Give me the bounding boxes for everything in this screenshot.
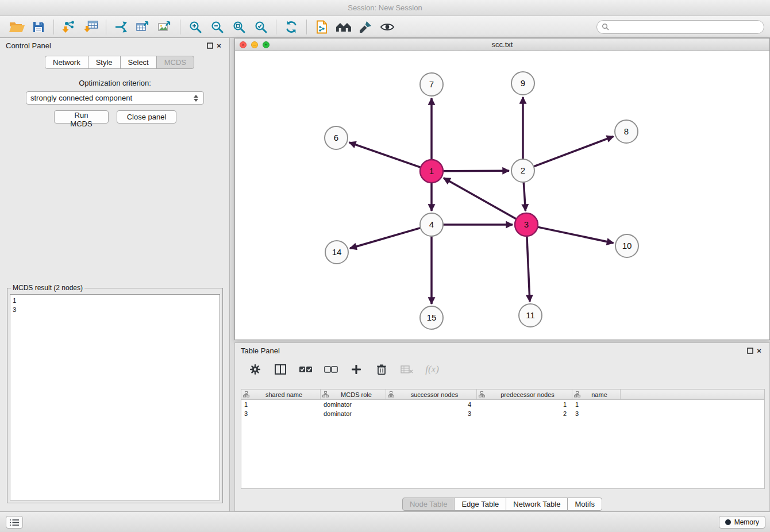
close-icon[interactable]: ×	[214, 41, 224, 50]
zoom-fit-glyph	[232, 20, 246, 34]
table-cell[interactable]: 1	[241, 401, 321, 408]
zoom-window-icon[interactable]: +	[263, 41, 270, 48]
table-cell[interactable]: 3	[386, 410, 477, 417]
table-toolbar: f(x)	[241, 359, 441, 380]
zoom-selected-glyph	[254, 20, 268, 34]
network-window-titlebar[interactable]: scc.txt × – +	[235, 38, 769, 51]
tab-network-table[interactable]: Network Table	[506, 498, 568, 511]
table-panel-title: Table Panel	[241, 346, 280, 355]
style-paint-icon[interactable]	[355, 18, 376, 36]
table-header-row: shared nameMCDS rolesuccessor nodesprede…	[241, 390, 764, 400]
column-header-predecessor-nodes[interactable]: predecessor nodes	[477, 390, 572, 399]
delete-column-icon[interactable]	[373, 361, 390, 378]
network-window-title: scc.txt	[235, 40, 769, 49]
close-icon[interactable]: ×	[754, 346, 764, 355]
float-window-icon[interactable]	[745, 346, 754, 355]
graph-edge-4-14[interactable]	[350, 228, 421, 249]
mcds-result-value: 1	[13, 296, 220, 305]
control-panel-tabs: Network Style Select MCDS	[45, 56, 194, 69]
column-header-MCDS-role[interactable]: MCDS role	[321, 390, 386, 399]
zoom-out-icon[interactable]	[206, 18, 228, 36]
graph-node-label-14: 14	[332, 247, 342, 257]
columns-icon[interactable]	[272, 361, 289, 378]
table-panel: Table Panel × f(x) shared nameMCDS	[234, 342, 770, 511]
graph-edge-1-6[interactable]	[349, 142, 421, 167]
control-panel-header: Control Panel ×	[0, 38, 229, 53]
refresh-glyph	[284, 20, 298, 34]
main-toolbar	[0, 16, 770, 38]
zoom-out-glyph	[210, 20, 224, 34]
graph-edge-3-1[interactable]	[444, 178, 517, 219]
table-cell[interactable]: 3	[241, 410, 321, 417]
graph-edge-2-3[interactable]	[523, 182, 525, 211]
network-document-icon[interactable]	[311, 18, 333, 36]
graph-node-label-1: 1	[429, 166, 434, 176]
column-tree-icon	[322, 391, 329, 398]
criterion-dropdown[interactable]: strongly connected component	[26, 91, 204, 105]
delete-table-icon[interactable]	[398, 361, 415, 378]
tab-mcds[interactable]: MCDS	[156, 56, 194, 69]
close-panel-button[interactable]: Close panel	[117, 110, 176, 124]
tab-edge-table[interactable]: Edge Table	[454, 498, 506, 511]
memory-button[interactable]: Memory	[719, 516, 765, 529]
table-cell[interactable]: 4	[386, 401, 477, 408]
graph-edge-2-8[interactable]	[534, 136, 614, 166]
float-window-icon[interactable]	[205, 41, 214, 50]
column-tree-icon	[388, 391, 394, 398]
column-header-successor-nodes[interactable]: successor nodes	[386, 390, 477, 399]
tab-motifs[interactable]: Motifs	[567, 498, 602, 511]
column-header-name[interactable]: name	[572, 390, 621, 399]
function-builder-icon[interactable]: f(x)	[424, 361, 441, 378]
import-network-icon[interactable]	[58, 18, 80, 36]
table-cell[interactable]: dominator	[321, 401, 386, 408]
column-tree-icon	[243, 391, 249, 398]
search-input[interactable]	[596, 20, 764, 34]
tab-select[interactable]: Select	[120, 56, 157, 69]
save-glyph	[32, 21, 45, 33]
table-cell[interactable]: dominator	[321, 410, 386, 417]
task-history-icon[interactable]	[6, 516, 23, 529]
export-image-icon[interactable]	[154, 18, 176, 36]
zoom-selected-icon[interactable]	[250, 18, 272, 36]
node-table: shared nameMCDS rolesuccessor nodesprede…	[241, 389, 765, 489]
minimize-window-icon[interactable]: –	[251, 41, 258, 48]
run-mcds-button[interactable]: Run MCDS	[54, 110, 109, 124]
table-row[interactable]: 3dominator323	[241, 409, 764, 418]
column-header-label: MCDS role	[329, 391, 384, 398]
open-folder-icon[interactable]	[6, 18, 28, 36]
search-box	[596, 20, 764, 34]
table-cell[interactable]: 1	[477, 401, 572, 408]
graph-edge-1-2[interactable]	[443, 171, 509, 171]
app-titlebar[interactable]: Session: New Session	[0, 0, 770, 16]
table-cell[interactable]: 2	[477, 410, 572, 417]
zoom-fit-icon[interactable]	[228, 18, 250, 36]
tab-node-table[interactable]: Node Table	[402, 498, 455, 511]
table-row[interactable]: 1dominator411	[241, 400, 764, 409]
tab-style[interactable]: Style	[88, 56, 121, 69]
control-panel: Control Panel × Network Style Select MCD…	[0, 38, 230, 511]
network-canvas[interactable]: 7968124314101511	[235, 51, 769, 340]
show-hide-eye-icon[interactable]	[376, 18, 398, 36]
table-cell[interactable]: 3	[572, 410, 621, 417]
gear-icon[interactable]	[247, 361, 264, 378]
export-table-icon[interactable]	[132, 18, 154, 36]
save-icon[interactable]	[28, 18, 49, 36]
add-column-icon[interactable]	[348, 361, 365, 378]
deselect-all-icon[interactable]	[322, 361, 340, 378]
table-cell[interactable]: 1	[572, 401, 621, 408]
home-icon[interactable]	[333, 18, 355, 36]
tab-network[interactable]: Network	[45, 56, 88, 69]
close-window-icon[interactable]: ×	[240, 41, 247, 48]
network-view-window: scc.txt × – + 7968124314101511	[234, 38, 770, 340]
criterion-dropdown-value: strongly connected component	[30, 94, 132, 102]
table-body: 1dominator4113dominator323	[241, 400, 764, 418]
select-all-icon[interactable]	[297, 361, 314, 378]
graph-edge-3-11[interactable]	[527, 236, 530, 302]
refresh-icon[interactable]	[280, 18, 302, 36]
import-table-icon[interactable]	[80, 18, 102, 36]
mcds-result-list[interactable]: 13	[10, 294, 220, 500]
split-arrows-icon[interactable]	[110, 18, 132, 36]
graph-edge-3-10[interactable]	[538, 227, 614, 243]
zoom-in-icon[interactable]	[184, 18, 206, 36]
column-header-shared-name[interactable]: shared name	[241, 390, 321, 399]
